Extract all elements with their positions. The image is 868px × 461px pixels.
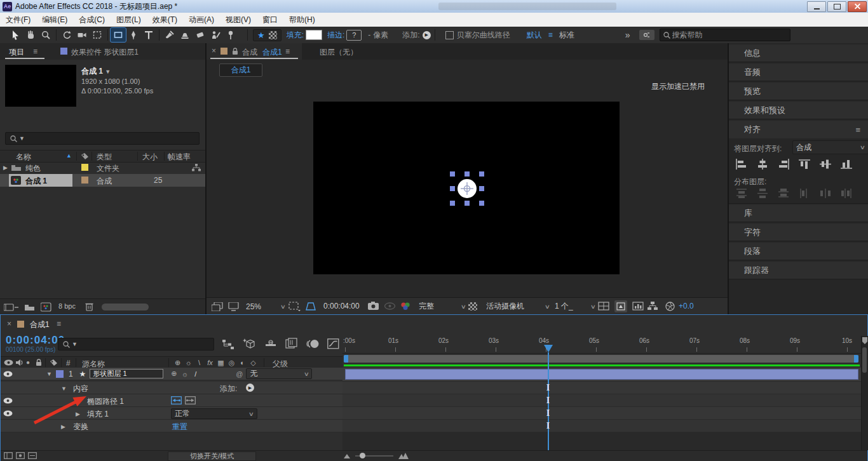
selected-shape-ellipse[interactable] bbox=[449, 170, 485, 207]
exposure-value[interactable]: +0.0 bbox=[679, 302, 694, 311]
comp-breadcrumb-button[interactable]: 合成1 bbox=[219, 63, 262, 77]
parent-pickwhip-icon[interactable]: @ bbox=[234, 370, 245, 378]
frame-blend-column-icon[interactable]: ▦ bbox=[215, 359, 226, 367]
motion-blur-icon[interactable] bbox=[306, 338, 320, 349]
search-options-icon[interactable]: ▼ bbox=[19, 135, 25, 142]
lock-column-icon[interactable] bbox=[36, 359, 42, 366]
project-search-box[interactable]: ▼ bbox=[5, 132, 200, 145]
menu-edit[interactable]: 编辑(E) bbox=[36, 13, 73, 27]
selection-tool-button[interactable] bbox=[8, 28, 23, 42]
transform-expander-icon[interactable]: ▶ bbox=[61, 424, 65, 430]
puppet-pin-tool-button[interactable] bbox=[223, 28, 238, 42]
tab-composition[interactable]: × 合成 合成1 ≡ bbox=[207, 43, 302, 60]
timeline-tab-name[interactable]: 合成1 bbox=[30, 319, 50, 330]
help-search-box[interactable] bbox=[660, 29, 790, 41]
layer-name-box[interactable]: 形状图层 1 bbox=[90, 369, 163, 378]
timeline-panel-menu-icon[interactable]: ≡ bbox=[57, 319, 61, 328]
project-bit-depth[interactable]: 8 bpc bbox=[58, 302, 76, 310]
distribute-horizontal-center-icon[interactable] bbox=[819, 188, 832, 199]
item-name[interactable]: 合成 1 bbox=[25, 176, 47, 187]
layer-duration-bar[interactable] bbox=[345, 369, 858, 380]
exposure-shutter-icon[interactable] bbox=[665, 302, 675, 311]
grid-guides-icon[interactable] bbox=[598, 302, 609, 311]
distribute-top-icon[interactable] bbox=[735, 188, 748, 199]
expand-transfer-controls-icon[interactable] bbox=[16, 452, 25, 459]
transform-row[interactable]: ▶ 变换 重置 bbox=[1, 420, 342, 432]
align-panel-menu-icon[interactable]: ≡ bbox=[855, 125, 860, 135]
track-band[interactable] bbox=[342, 394, 861, 407]
contents-group-row[interactable]: ▼ 内容 添加: ▶ bbox=[1, 382, 342, 394]
roto-brush-tool-button[interactable] bbox=[208, 28, 223, 42]
layer-track-band[interactable] bbox=[342, 368, 861, 382]
stroke-label[interactable]: 描边: bbox=[327, 30, 344, 41]
video-column-icon[interactable] bbox=[4, 359, 13, 366]
property-visibility-icon[interactable] bbox=[3, 410, 13, 417]
menu-animation[interactable]: 动画(A) bbox=[183, 13, 220, 27]
add-menu-icon[interactable]: ▶ bbox=[423, 31, 431, 39]
viewer-timecode[interactable]: 0:00:04:00 bbox=[323, 302, 360, 311]
label-color-chip[interactable] bbox=[81, 177, 88, 184]
panel-audio[interactable]: 音频 bbox=[729, 63, 868, 81]
resolution-dropdown[interactable]: 完整∨ bbox=[416, 301, 468, 312]
distribute-left-icon[interactable] bbox=[798, 188, 811, 199]
panel-tracker[interactable]: 跟踪器 bbox=[729, 262, 868, 279]
trash-icon[interactable] bbox=[85, 302, 93, 311]
show-snapshot-icon[interactable] bbox=[384, 302, 395, 310]
text-tool-button[interactable] bbox=[141, 28, 156, 42]
add-label[interactable]: 添加: bbox=[402, 30, 419, 41]
layer-collapse-switch[interactable]: ⊕ bbox=[168, 370, 179, 378]
workspace-overflow-icon[interactable]: » bbox=[625, 30, 630, 40]
layer-expander-icon[interactable]: ▼ bbox=[46, 371, 52, 377]
time-ruler[interactable]: :00s 01s 02s 03s 04s 05s 06s 07s 08s 09s… bbox=[342, 336, 861, 354]
distribute-right-icon[interactable] bbox=[840, 188, 853, 199]
expand-layer-switches-icon[interactable] bbox=[4, 452, 13, 459]
ellipse-path-row[interactable]: ▶ 椭圆路径 1 bbox=[1, 394, 342, 407]
panel-align[interactable]: 对齐 ≡ bbox=[729, 121, 868, 138]
workspace-standard[interactable]: 标准 bbox=[559, 30, 574, 41]
add-property-icon[interactable]: ▶ bbox=[246, 384, 254, 392]
zoom-in-mountain-icon[interactable] bbox=[398, 451, 409, 459]
ellipse-expander-icon[interactable]: ▶ bbox=[76, 398, 80, 404]
contents-expander-icon[interactable]: ▼ bbox=[61, 385, 67, 392]
search-options-icon[interactable]: ▼ bbox=[72, 341, 78, 347]
item-name[interactable]: 纯色 bbox=[25, 163, 41, 174]
tab-close-icon[interactable]: × bbox=[212, 46, 216, 55]
tab-project[interactable]: 项目 bbox=[9, 47, 24, 58]
frame-blending-icon[interactable] bbox=[285, 338, 298, 350]
pen-tool-button[interactable] bbox=[126, 28, 141, 42]
expand-in-out-pane-icon[interactable] bbox=[28, 452, 37, 459]
bezier-path-checkbox[interactable] bbox=[445, 31, 454, 39]
layer-label-chip[interactable] bbox=[56, 370, 64, 378]
layer-row-shape-layer-1[interactable]: ▼ 1 ★ 形状图层 1 ⊕ ☼ / @ 无∨ bbox=[1, 368, 342, 380]
menu-composition[interactable]: 合成(C) bbox=[73, 13, 111, 27]
shape-favorite-icon[interactable]: ★ bbox=[257, 31, 265, 39]
lock-icon[interactable] bbox=[232, 48, 238, 55]
timeline-search-box[interactable]: ▼ bbox=[58, 338, 214, 351]
scrollbar-thumb[interactable] bbox=[862, 347, 867, 373]
rotate-tool-button[interactable] bbox=[59, 28, 74, 42]
snapshot-camera-icon[interactable] bbox=[368, 302, 379, 310]
tab-effect-controls[interactable]: 效果控件 形状图层1 bbox=[71, 47, 139, 58]
timeline-zoom-slider-knob[interactable] bbox=[360, 453, 365, 458]
workspace-settings-icon[interactable] bbox=[639, 30, 654, 40]
transform-reset-link[interactable]: 重置 bbox=[172, 422, 187, 432]
stroke-value-box[interactable]: ? bbox=[346, 30, 362, 41]
menu-help[interactable]: 帮助(H) bbox=[283, 13, 321, 27]
table-row-comp1[interactable]: 合成 1 合成 25 bbox=[0, 174, 205, 187]
menu-file[interactable]: 文件(F) bbox=[0, 13, 36, 27]
label-column-icon[interactable] bbox=[81, 152, 89, 160]
fill-row[interactable]: ▶ 填充 1 正常∨ bbox=[1, 407, 342, 420]
horizontal-scrollbar[interactable] bbox=[102, 304, 149, 311]
comp-name-dropdown-icon[interactable]: ▼ bbox=[105, 69, 111, 75]
clone-stamp-tool-button[interactable] bbox=[177, 28, 193, 42]
eraser-tool-button[interactable] bbox=[193, 28, 208, 42]
primary-viewer-icon[interactable] bbox=[228, 302, 239, 311]
new-folder-icon[interactable] bbox=[24, 303, 35, 311]
always-preview-icon[interactable] bbox=[212, 302, 223, 311]
pan-behind-tool-button[interactable] bbox=[90, 28, 105, 42]
shy-layers-icon[interactable] bbox=[264, 339, 278, 349]
tab-layer-viewer[interactable]: 图层（无） bbox=[320, 47, 358, 58]
quality-column-icon[interactable]: \ bbox=[194, 359, 205, 366]
track-band[interactable] bbox=[342, 382, 861, 394]
graph-editor-icon[interactable] bbox=[327, 338, 339, 349]
